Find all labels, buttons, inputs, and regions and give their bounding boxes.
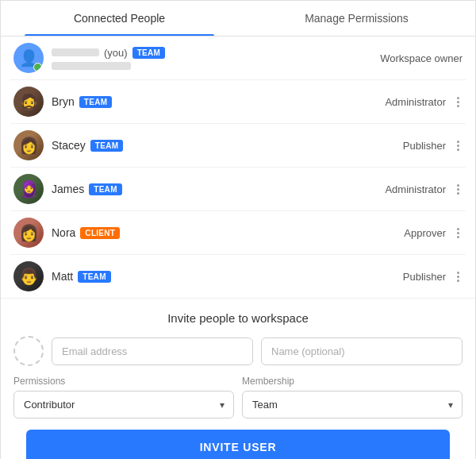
permissions-group: Permissions Contributor Publisher Admini… [13,376,234,418]
invite-section: Invite people to workspace Permissions C… [1,298,475,459]
permissions-dropdown-wrapper: Contributor Publisher Administrator Appr… [13,391,234,418]
stacey-role-label: Publisher [403,140,446,152]
dot [457,101,459,103]
user-name-james: James [52,183,84,195]
dot [457,272,459,274]
james-badge: TEAM [89,183,122,195]
dot [457,145,459,147]
user-list: 👤 (you) TEAM Workspace owner 🧔 Bryn TEAM… [1,37,475,298]
dot [457,97,459,99]
tab-manage-permissions-label: Manage Permissions [305,12,409,25]
stacey-menu-button[interactable] [454,139,463,152]
name-input[interactable] [261,338,463,365]
user-row-nora: 👩 Nora CLIENT Approver [10,211,466,255]
user-row-current: 👤 (you) TEAM Workspace owner [10,37,466,80]
avatar-current: 👤 [13,43,44,73]
avatar-stacey: 👩 [13,130,44,160]
stacey-role: Publisher [403,139,463,152]
nora-role-label: Approver [404,227,446,239]
bryn-role-label: Administrator [385,96,446,108]
bryn-role: Administrator [385,95,463,109]
user-name-matt: Matt [52,270,73,283]
dot [457,236,459,238]
current-user-name-blur [52,48,99,56]
stacey-badge: TEAM [90,140,124,152]
user-info-matt: Matt TEAM [52,270,403,283]
invite-title: Invite people to workspace [13,311,463,325]
tab-connected-people[interactable]: Connected People [1,1,238,36]
dot [457,188,459,191]
user-info-james: James TEAM [52,183,385,195]
bryn-avatar-icon: 🧔 [13,87,44,117]
dot [457,148,459,151]
user-row-james: 🧕 James TEAM Administrator [10,168,466,211]
user-row-matt: 👨 Matt TEAM Publisher [10,255,466,298]
permissions-label: Permissions [13,376,234,387]
tab-connected-people-label: Connected People [74,12,165,25]
user-row-bryn: 🧔 Bryn TEAM Administrator [10,80,466,124]
nora-avatar-icon: 👩 [13,218,44,248]
nora-role: Approver [404,226,463,240]
user-info-bryn: Bryn TEAM [52,95,385,108]
james-role: Administrator [385,183,463,196]
current-user-role: Workspace owner [380,52,463,64]
membership-group: Membership Team Client [242,376,463,418]
dot [457,105,459,107]
invite-user-button[interactable]: INVITE USER [26,430,450,459]
user-name-nora: Nora [52,226,75,239]
avatar-matt: 👨 [13,261,44,291]
james-avatar-icon: 🧕 [13,174,44,204]
dot [457,141,459,143]
current-user-subtitle-blur [52,62,131,70]
dot [457,276,459,278]
matt-menu-button[interactable] [454,270,463,284]
matt-avatar-icon: 👨 [13,261,44,291]
avatar-james: 🧕 [13,174,44,204]
user-name-bryn: Bryn [52,95,75,108]
current-user-badge: TEAM [132,47,166,59]
james-menu-button[interactable] [454,183,463,196]
user-info-stacey: Stacey TEAM [52,139,403,152]
dot [457,280,459,282]
tab-manage-permissions[interactable]: Manage Permissions [238,1,475,36]
user-name-stacey: Stacey [52,139,86,152]
email-input[interactable] [52,338,253,365]
james-role-label: Administrator [385,183,446,195]
form-inputs [52,338,463,365]
current-user-you-label: (you) [104,47,128,59]
tab-bar: Connected People Manage Permissions [1,1,475,37]
nora-badge: CLIENT [80,227,120,239]
avatar-nora: 👩 [13,218,44,248]
bryn-menu-button[interactable] [454,95,463,109]
membership-label: Membership [242,376,463,387]
user-info-current: (you) TEAM [52,47,380,70]
matt-role: Publisher [403,270,463,284]
bryn-badge: TEAM [79,96,113,108]
dot [457,184,459,187]
dropdowns-row: Permissions Contributor Publisher Admini… [13,376,463,418]
membership-select[interactable]: Team Client [242,391,463,418]
matt-role-label: Publisher [403,271,446,283]
invite-avatar-placeholder [13,336,44,366]
membership-dropdown-wrapper: Team Client [242,391,463,418]
invite-form-row [13,336,463,366]
matt-badge: TEAM [78,271,111,283]
user-row-stacey: 👩 Stacey TEAM Publisher [10,124,466,168]
stacey-avatar-icon: 👩 [13,130,44,160]
permissions-select[interactable]: Contributor Publisher Administrator Appr… [13,391,234,418]
nora-menu-button[interactable] [454,226,463,240]
dot [457,228,459,230]
dot [457,232,459,234]
user-info-nora: Nora CLIENT [52,226,404,239]
avatar-bryn: 🧔 [13,87,44,117]
dot [457,192,459,195]
